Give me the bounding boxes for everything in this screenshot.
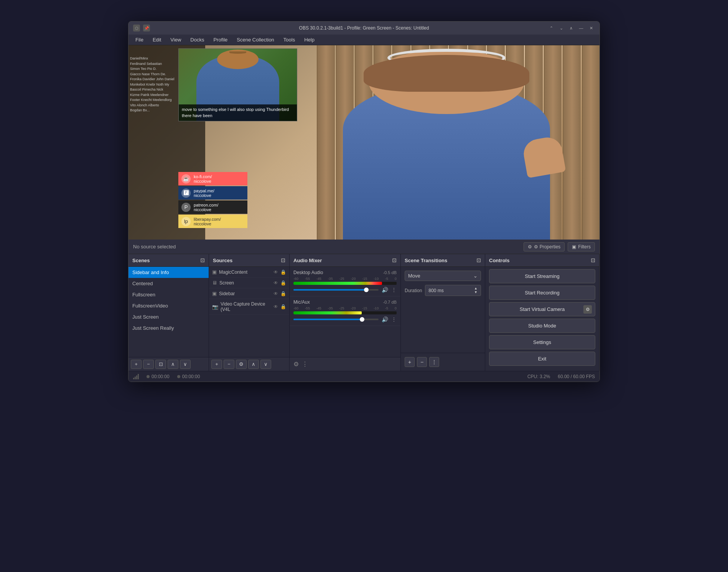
transitions-header: Scene Transitions ⊡ [401, 254, 485, 267]
menu-scene-collection[interactable]: Scene Collection [233, 36, 278, 44]
restore-icon[interactable]: ∧ [567, 24, 575, 32]
sidebar-source-icon: ▣ [212, 291, 217, 296]
sidebar-visibility[interactable]: 👁 [273, 291, 278, 296]
window-controls: ⌃ ⌄ ∧ — ✕ [547, 24, 595, 32]
move-scene-down-button[interactable]: ∨ [180, 360, 191, 369]
collapse-icon[interactable]: ⌃ [547, 24, 555, 32]
studio-mode-label: Studio Mode [528, 323, 556, 329]
duration-label: Duration [405, 288, 422, 293]
screen-lock[interactable]: 🔒 [280, 280, 286, 286]
move-source-up-button[interactable]: ∧ [248, 360, 259, 369]
menu-edit[interactable]: Edit [149, 36, 165, 44]
scene-item-fullscreen[interactable]: Fullscreen [128, 289, 209, 300]
magiccontent-lock[interactable]: 🔒 [280, 269, 286, 275]
menu-file[interactable]: File [132, 36, 147, 44]
transition-type-value: Move [408, 273, 420, 279]
source-item-screen[interactable]: 🖥 Screen 👁 🔒 [209, 278, 289, 288]
scene-name-fullscreenvideo: FullscreenVideo [132, 303, 168, 309]
transitions-content: Move ⌄ Duration 800 ms ▲ ▼ [401, 267, 485, 300]
desktop-volume-slider[interactable] [293, 289, 379, 291]
desktop-audio-name: Desktop Audio [293, 270, 323, 275]
move-scene-up-button[interactable]: ∧ [168, 360, 178, 369]
virtual-camera-settings-icon[interactable]: ⚙ [583, 305, 592, 314]
source-item-video-capture[interactable]: 📷 Video Capture Device (V4L 👁 🔒 [209, 299, 289, 315]
controls-panel-menu-icon[interactable]: ⊡ [591, 257, 595, 263]
screen-visibility[interactable]: 👁 [273, 280, 278, 286]
scene-item-centered[interactable]: Centered [128, 278, 209, 289]
mic-audio-more-button[interactable]: ⋮ [391, 316, 397, 322]
duration-input[interactable]: 800 ms ▲ ▼ [425, 285, 481, 296]
mic-audio-header: Mic/Aux -0.7 dB [293, 299, 397, 305]
donation-boxes: ☕ ko-fi.com/niccolove 🅿 paypal.me/niccol… [178, 172, 247, 228]
liberapay-text: liberapay.com/niccolove [194, 217, 221, 226]
close-icon[interactable]: ✕ [587, 24, 595, 32]
sidebar-lock[interactable]: 🔒 [280, 291, 286, 296]
remove-source-button[interactable]: − [224, 360, 234, 369]
menu-view[interactable]: View [166, 36, 185, 44]
subtitle-text: move to something else I will also stop … [182, 107, 289, 117]
scene-item-fullscreenvideo[interactable]: FullscreenVideo [128, 300, 209, 311]
signal-bars-icon [133, 374, 139, 379]
menu-profile[interactable]: Profile [209, 36, 231, 44]
sources-panel-menu-icon[interactable]: ⊡ [281, 257, 285, 263]
scenes-panel-menu-icon[interactable]: ⊡ [200, 257, 205, 263]
obs-icon[interactable]: ⬡ [133, 25, 140, 31]
transition-more-button[interactable]: ⋮ [429, 357, 439, 367]
start-streaming-button[interactable]: Start Streaming [489, 269, 595, 283]
transitions-panel-menu-icon[interactable]: ⊡ [476, 257, 481, 263]
mic-audio-db: -0.7 dB [383, 300, 397, 304]
transitions-title: Scene Transitions [405, 258, 447, 263]
start-recording-button[interactable]: Start Recording [489, 286, 595, 300]
record-time-dot [177, 375, 180, 378]
settings-button[interactable]: Settings [489, 335, 595, 349]
filters-button[interactable]: ▣ Filters [568, 242, 595, 251]
studio-mode-button[interactable]: Studio Mode [489, 319, 595, 333]
stream-time: 00:00:00 [152, 374, 170, 379]
scene-item-just-screen[interactable]: Just Screen [128, 311, 209, 322]
exit-button[interactable]: Exit [489, 352, 595, 366]
remove-transition-button[interactable]: − [417, 357, 427, 367]
mic-meter-labels: -60-55-45-35-25-20-15-10-50 [293, 306, 397, 310]
source-settings-button[interactable]: ⚙ [236, 360, 247, 369]
source-item-magiccontent[interactable]: ▣ MagicContent 👁 🔒 [209, 267, 289, 278]
mic-volume-slider[interactable] [293, 319, 379, 320]
audio-more-options[interactable]: ⋮ [302, 360, 308, 368]
menu-docks[interactable]: Docks [186, 36, 208, 44]
minimize-icon[interactable]: — [577, 24, 585, 32]
duration-down-arrow[interactable]: ▼ [474, 291, 478, 294]
stream-time-dot [147, 375, 150, 378]
mic-mute-button[interactable]: 🔊 [382, 316, 388, 322]
desktop-audio-more-button[interactable]: ⋮ [391, 287, 397, 293]
scene-filter-button[interactable]: ⊡ [155, 360, 166, 369]
pin-icon[interactable]: 📌 [143, 25, 150, 31]
start-virtual-camera-button[interactable]: Start Virtual Camera ⚙ [489, 302, 595, 316]
transition-type-select[interactable]: Move ⌄ [405, 271, 481, 281]
menu-tools[interactable]: Tools [280, 36, 299, 44]
magiccontent-visibility[interactable]: 👁 [273, 269, 278, 275]
audio-panel-menu-icon[interactable]: ⊡ [392, 257, 397, 263]
mic-audio-controls: 🔊 ⋮ [293, 316, 397, 322]
properties-button[interactable]: ⚙ ⚙ Properties [524, 242, 565, 251]
expand-icon[interactable]: ⌄ [557, 24, 565, 32]
video-capture-visibility[interactable]: 👁 [273, 304, 278, 309]
move-source-down-button[interactable]: ∨ [260, 360, 271, 369]
remove-scene-button[interactable]: − [143, 360, 154, 369]
duration-up-arrow[interactable]: ▲ [474, 287, 478, 290]
audio-mixer-title: Audio Mixer [293, 258, 322, 263]
menu-help[interactable]: Help [300, 36, 318, 44]
status-bar: 00:00:00 00:00:00 CPU: 3.2% 60.00 / 60.0… [128, 371, 600, 382]
add-source-button[interactable]: + [211, 360, 222, 369]
source-item-sidebar[interactable]: ▣ Sidebar 👁 🔒 [209, 288, 289, 299]
scene-item-just-screen-really[interactable]: Just Screen Really [128, 322, 209, 334]
gear-icon-small: ⚙ [528, 244, 532, 250]
fps-display: 60.00 / 60.00 FPS [558, 374, 595, 379]
scene-item-sidebar-and-info[interactable]: Sidebar and Info [128, 267, 209, 278]
desktop-mute-button[interactable]: 🔊 [382, 287, 388, 293]
add-scene-button[interactable]: + [131, 360, 142, 369]
sources-panel: Sources ⊡ ▣ MagicContent 👁 🔒 🖥 Screen 👁 [209, 254, 290, 371]
scene-name-just-screen-really: Just Screen Really [132, 325, 174, 331]
patreon-text: patreon.com/niccolove [194, 203, 218, 212]
video-capture-lock[interactable]: 🔒 [280, 304, 286, 309]
audio-advanced-icon[interactable]: ⚙ [293, 360, 299, 368]
add-transition-button[interactable]: + [405, 357, 415, 367]
